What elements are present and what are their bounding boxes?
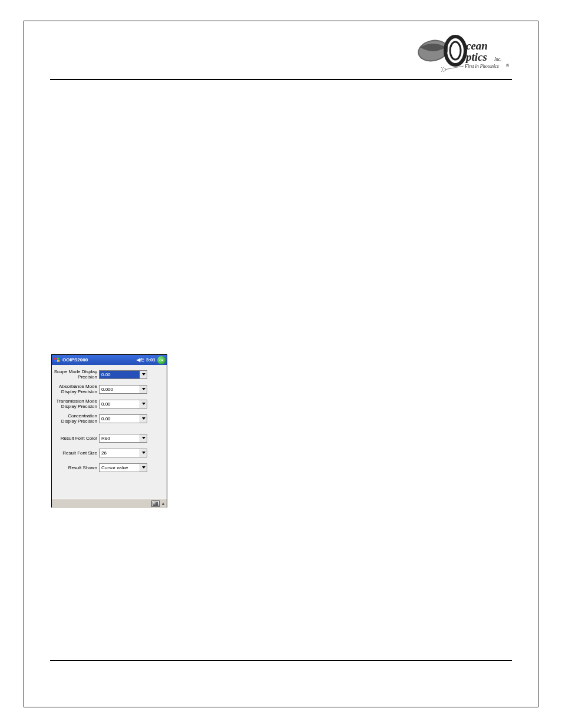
combo-value: 0.00 — [101, 416, 111, 421]
svg-text:First in Photonics: First in Photonics — [464, 64, 499, 69]
combo-result-shown[interactable]: Cursor value — [99, 463, 147, 472]
combo-value: 0.00 — [101, 372, 111, 377]
row-result-shown: Result Shown Cursor value — [52, 461, 167, 474]
svg-line-8 — [445, 66, 464, 70]
spacer — [52, 427, 167, 431]
combo-font-size[interactable]: 26 — [99, 449, 147, 457]
svg-text:Inc.: Inc. — [494, 57, 501, 62]
label-concentration-precision: Concentration Display Precision — [52, 413, 99, 424]
combo-scope-precision[interactable]: 0.00 — [99, 370, 147, 379]
row-concentration-precision: Concentration Display Precision 0.00 — [52, 412, 167, 425]
chevron-down-icon — [140, 449, 147, 457]
row-font-color: Result Font Color Red — [52, 431, 167, 444]
combo-value: 0.00 — [101, 401, 111, 407]
chevron-down-icon — [140, 371, 147, 378]
row-transmission-precision: Transmission Mode Display Precision 0.00 — [52, 397, 167, 410]
keyboard-icon[interactable] — [151, 500, 160, 507]
header-rule — [50, 79, 512, 80]
label-transmission-precision: Transmission Mode Display Precision — [52, 398, 99, 409]
page-frame: cean ptics Inc. First in Photonics ® OOI… — [24, 21, 538, 707]
up-triangle-icon[interactable]: ▲ — [161, 501, 166, 506]
combo-concentration-precision[interactable]: 0.00 — [99, 414, 147, 423]
combo-font-color[interactable]: Red — [99, 434, 147, 443]
chevron-down-icon — [140, 415, 147, 423]
label-absorbance-precision: Absorbance Mode Display Precision — [52, 384, 99, 394]
combo-value: Red — [101, 436, 110, 441]
combo-value: Cursor value — [101, 465, 128, 470]
svg-point-3 — [450, 42, 461, 60]
label-font-color: Result Font Color — [52, 436, 99, 441]
app-title: OOIPS2000 — [62, 357, 137, 363]
row-absorbance-precision: Absorbance Mode Display Precision 0.000 — [52, 383, 167, 396]
chevron-down-icon — [140, 400, 147, 408]
footer-rule — [50, 660, 512, 661]
svg-text:ptics: ptics — [465, 51, 487, 63]
combo-absorbance-precision[interactable]: 0.000 — [99, 385, 147, 394]
chevron-down-icon — [140, 434, 147, 442]
svg-text:®: ® — [506, 64, 510, 68]
chevron-down-icon — [140, 464, 147, 472]
combo-value: 26 — [101, 450, 107, 456]
brand-logo: cean ptics Inc. First in Photonics ® — [416, 34, 511, 75]
clock-time: 3:01 — [146, 357, 156, 363]
bottom-bar: ▲ — [52, 499, 167, 508]
windows-logo-icon — [53, 356, 61, 364]
pda-screenshot: OOIPS2000 ◀∈ 3:01 ok Scope Mode Display … — [51, 354, 167, 508]
label-result-shown: Result Shown — [52, 465, 99, 470]
svg-text:cean: cean — [466, 39, 488, 52]
chevron-down-icon — [140, 386, 147, 393]
row-scope-precision: Scope Mode Display Precision 0.00 — [52, 368, 167, 381]
row-font-size: Result Font Size 26 — [52, 446, 167, 459]
speaker-icon: ◀∈ — [137, 357, 144, 363]
titlebar: OOIPS2000 ◀∈ 3:01 ok — [52, 355, 167, 365]
ok-button[interactable]: ok — [157, 356, 166, 364]
label-scope-precision: Scope Mode Display Precision — [52, 369, 99, 380]
form-panel: Scope Mode Display Precision 0.00 Absorb… — [52, 365, 167, 499]
label-font-size: Result Font Size — [52, 450, 99, 456]
combo-value: 0.000 — [101, 387, 113, 392]
combo-transmission-precision[interactable]: 0.00 — [99, 400, 147, 409]
